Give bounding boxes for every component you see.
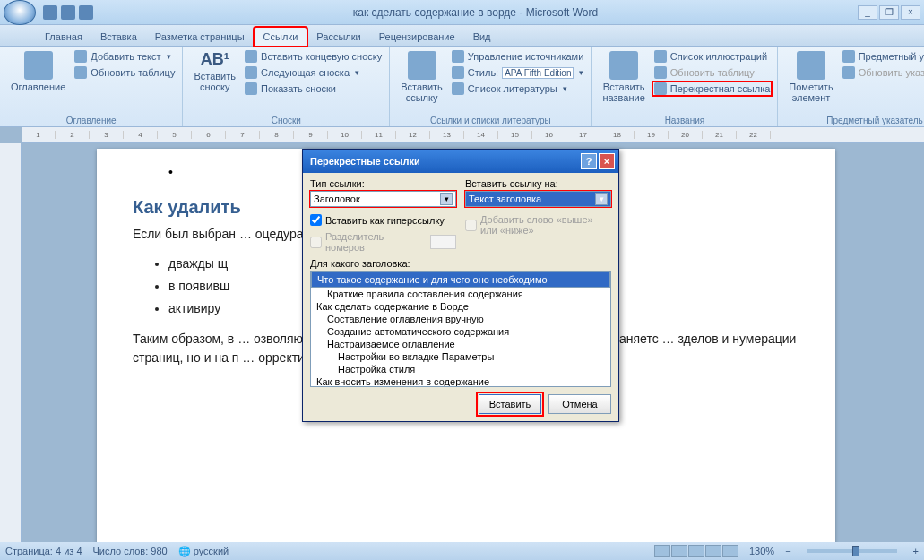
list-item[interactable]: Составление оглавления вручную xyxy=(311,313,610,325)
above-below-checkbox: Добавить слово «выше» или «ниже» xyxy=(465,214,611,236)
list-item[interactable]: Настройка стиля xyxy=(311,363,610,375)
separator-row: Разделитель номеров xyxy=(310,231,456,253)
page-status[interactable]: Страница: 4 из 4 xyxy=(5,546,82,556)
tab-layout[interactable]: Разметка страницы xyxy=(146,28,254,46)
save-icon[interactable] xyxy=(43,5,57,20)
index-icon xyxy=(842,50,855,63)
undo-icon[interactable] xyxy=(61,5,75,20)
manage-icon xyxy=(452,50,464,63)
zoom-in-button[interactable]: + xyxy=(913,546,919,556)
chevron-down-icon: ▾ xyxy=(440,193,453,205)
endnote-icon xyxy=(245,50,257,63)
tab-home[interactable]: Главная xyxy=(36,28,91,46)
ab-icon: AB¹ xyxy=(201,51,229,69)
type-label: Тип ссылки: xyxy=(310,178,456,189)
list-item[interactable]: Настройки во вкладке Параметры xyxy=(311,350,610,363)
update-idx-icon xyxy=(842,66,855,79)
list-figures-button[interactable]: Список иллюстраций xyxy=(652,49,773,64)
ribbon-tabs: Главная Вставка Разметка страницы Ссылки… xyxy=(0,25,924,47)
reference-type-select[interactable]: Заголовок▾ xyxy=(310,191,456,207)
list-item[interactable]: Настраиваемое оглавление xyxy=(311,338,610,350)
group-index: Пометить элемент Предметный указатель Об… xyxy=(778,47,924,126)
list-fig-icon xyxy=(654,50,667,63)
list-item[interactable]: Как сделать содержание в Ворде xyxy=(311,300,610,313)
tab-mailings[interactable]: Рассылки xyxy=(307,28,369,46)
update-toc-button[interactable]: Обновить таблицу xyxy=(73,65,177,80)
zoom-thumb[interactable] xyxy=(852,546,859,556)
dialog-body: Тип ссылки: Заголовок▾ Вставить ссылку н… xyxy=(303,173,618,421)
add-text-icon xyxy=(74,50,87,63)
dialog-titlebar[interactable]: Перекрестные ссылки ? × xyxy=(303,150,618,173)
group-captions: Вставить название Список иллюстраций Обн… xyxy=(592,47,778,126)
dialog-close-button[interactable]: × xyxy=(599,153,615,169)
web-layout-view[interactable] xyxy=(688,545,704,557)
insert-footnote-button[interactable]: AB¹Вставить сноску xyxy=(188,49,241,94)
heading-listbox[interactable]: Что такое содержание и для чего оно необ… xyxy=(310,271,611,387)
vertical-ruler[interactable] xyxy=(0,143,22,542)
insert-endnote-button[interactable]: Вставить концевую сноску xyxy=(243,49,384,64)
list-item[interactable]: Как вносить изменения в содержание xyxy=(311,375,610,387)
mark-entry-button[interactable]: Пометить элемент xyxy=(783,49,838,105)
insert-reference-to-select[interactable]: Текст заголовка▾ xyxy=(465,191,611,207)
insert-button[interactable]: Вставить xyxy=(479,394,541,414)
citation-icon xyxy=(408,51,436,80)
maximize-button[interactable]: ❐ xyxy=(879,5,899,20)
insert-index-button[interactable]: Предметный указатель xyxy=(841,49,924,64)
group-toc: Оглавление Добавить текст▾ Обновить табл… xyxy=(0,47,183,126)
word-count[interactable]: Число слов: 980 xyxy=(93,546,168,556)
hyperlink-checkbox[interactable]: Вставить как гиперссылку xyxy=(310,214,456,226)
draft-view[interactable] xyxy=(722,545,738,557)
title-bar: как сделать содержание в ворде - Microso… xyxy=(0,0,924,25)
tab-view[interactable]: Вид xyxy=(464,28,500,46)
insert-citation-button[interactable]: Вставить ссылку xyxy=(395,49,448,105)
next-footnote-button[interactable]: Следующая сноска▾ xyxy=(243,65,384,80)
redo-icon[interactable] xyxy=(79,5,93,20)
show-footnotes-button[interactable]: Показать сноски xyxy=(243,82,384,96)
separator-input xyxy=(430,235,456,249)
caption-icon xyxy=(609,51,638,80)
lang-status[interactable]: 🌐 русский xyxy=(178,546,229,557)
cross-reference-button[interactable]: Перекрестная ссылка xyxy=(652,82,773,96)
cross-ref-icon xyxy=(654,82,667,95)
style-icon xyxy=(452,66,464,79)
tab-references[interactable]: Ссылки xyxy=(254,27,308,47)
manage-sources-button[interactable]: Управление источниками xyxy=(450,49,586,64)
outline-view[interactable] xyxy=(705,545,721,557)
view-buttons xyxy=(654,545,738,557)
close-button[interactable]: × xyxy=(901,5,920,20)
zoom-slider[interactable] xyxy=(807,549,897,553)
list-item[interactable]: Краткие правила составления содержания xyxy=(311,288,610,300)
dialog-title: Перекрестные ссылки xyxy=(307,156,579,167)
status-bar: Страница: 4 из 4 Число слов: 980 🌐 русск… xyxy=(0,542,924,560)
zoom-level[interactable]: 130% xyxy=(749,546,774,556)
full-screen-view[interactable] xyxy=(671,545,687,557)
insert-caption-button[interactable]: Вставить название xyxy=(597,49,650,105)
office-button[interactable] xyxy=(4,0,36,25)
cancel-button[interactable]: Отмена xyxy=(548,394,611,414)
minimize-button[interactable]: _ xyxy=(858,5,877,20)
help-button[interactable]: ? xyxy=(581,153,597,169)
horizontal-ruler[interactable]: 12345678910111213141516171819202122 xyxy=(22,127,924,143)
list-item[interactable]: Что такое содержание и для чего оно необ… xyxy=(311,271,610,288)
add-text-button[interactable]: Добавить текст▾ xyxy=(73,49,177,64)
citation-style[interactable]: Стиль: APA Fifth Edition▾ xyxy=(450,65,586,80)
mark-entry-icon xyxy=(797,51,825,80)
list-item[interactable]: Создание автоматического содержания xyxy=(311,325,610,338)
window-controls: _ ❐ × xyxy=(858,5,920,20)
print-layout-view[interactable] xyxy=(654,545,670,557)
insert-on-label: Вставить ссылку на: xyxy=(465,178,611,189)
window-title: как сделать содержание в ворде - Microso… xyxy=(93,6,858,19)
chevron-down-icon: ▾ xyxy=(595,193,608,205)
update-table-button: Обновить таблицу xyxy=(652,65,773,80)
biblio-icon xyxy=(452,82,464,95)
bibliography-button[interactable]: Список литературы▾ xyxy=(450,82,586,96)
show-icon xyxy=(245,82,257,95)
for-heading-label: Для какого заголовка: xyxy=(310,258,611,269)
next-footnote-icon xyxy=(245,66,257,79)
toc-button[interactable]: Оглавление xyxy=(5,49,71,94)
cross-reference-dialog: Перекрестные ссылки ? × Тип ссылки: Заго… xyxy=(302,149,619,422)
zoom-out-button[interactable]: − xyxy=(785,546,790,556)
tab-review[interactable]: Рецензирование xyxy=(370,28,464,46)
tab-insert[interactable]: Вставка xyxy=(91,28,146,46)
quick-access-toolbar xyxy=(43,5,93,20)
